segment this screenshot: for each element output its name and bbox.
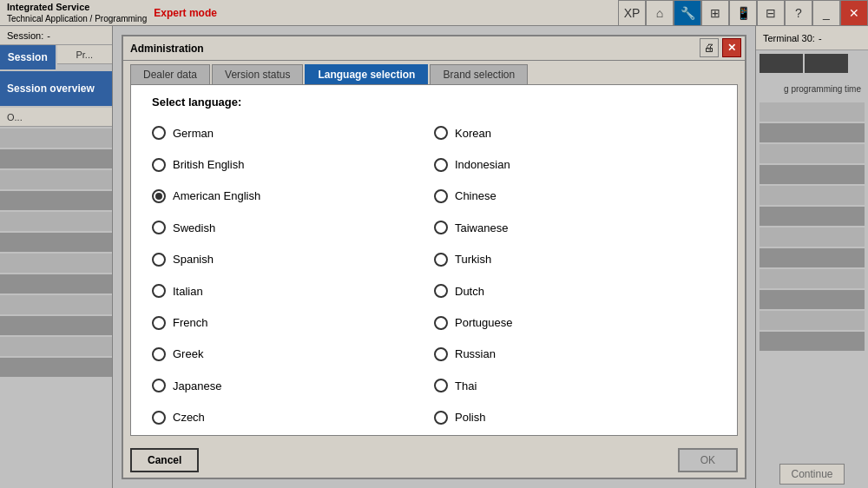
radio-german [152, 126, 166, 140]
terminal-row-12 [760, 332, 865, 351]
tab-dealer-data[interactable]: Dealer data [130, 64, 210, 84]
language-label-american-english: American English [173, 189, 260, 202]
language-label-swedish: Swedish [173, 221, 215, 234]
language-option-dutch[interactable]: Dutch [434, 277, 716, 305]
sidebar-row-6 [0, 233, 112, 252]
language-option-spanish[interactable]: Spanish [152, 246, 434, 274]
app-title: Integrated Service [7, 1, 147, 13]
radio-dutch [434, 284, 448, 298]
terminal-row-9 [760, 269, 865, 288]
terminal-label-text: Terminal 30: [763, 33, 815, 43]
language-label-french: French [173, 316, 207, 329]
language-label-turkish: Turkish [455, 253, 491, 266]
admin-print-button[interactable]: 🖨 [700, 38, 719, 57]
sidebar-rows [0, 127, 112, 488]
tools-button[interactable]: 🔧 [674, 0, 701, 26]
language-label-british-english: British English [173, 158, 244, 171]
tab-brand-selection[interactable]: Brand selection [430, 64, 528, 84]
language-option-russian[interactable]: Russian [434, 340, 716, 368]
sidebar-row-4 [0, 191, 112, 210]
phone-button[interactable]: 📱 [729, 0, 757, 26]
select-language-label: Select language: [131, 85, 737, 115]
language-option-indonesian[interactable]: Indonesian [434, 150, 716, 178]
language-option-swedish[interactable]: Swedish [152, 214, 434, 241]
sidebar-row-5 [0, 212, 112, 231]
language-label-german: German [173, 127, 214, 140]
top-bar: Integrated Service Technical Application… [0, 0, 868, 26]
sidebar-row-1 [0, 129, 112, 148]
language-option-chinese[interactable]: Chinese [434, 182, 716, 210]
terminal-label: Terminal 30: - [756, 26, 868, 50]
language-label-portuguese: Portuguese [455, 316, 513, 329]
admin-title-bar: Administration 🖨 ✕ [123, 36, 745, 61]
close-app-button[interactable]: ✕ [840, 0, 868, 26]
language-option-american-english[interactable]: American English [152, 182, 434, 210]
radio-swedish [152, 221, 166, 234]
sidebar-row-9 [0, 295, 112, 314]
help-button[interactable]: ? [785, 0, 812, 26]
language-option-portuguese[interactable]: Portuguese [434, 308, 716, 336]
radio-spanish [152, 253, 166, 267]
radio-italian [152, 284, 166, 298]
radio-czech [152, 411, 166, 425]
sidebar-row-12 [0, 358, 112, 377]
tab-language-selection[interactable]: Language selection [305, 64, 428, 84]
administration-dialog: Administration 🖨 ✕ Dealer dataVersion st… [122, 35, 746, 479]
sidebar-session-tab[interactable]: Session [0, 45, 56, 69]
tab-version-status[interactable]: Version status [212, 64, 303, 84]
sidebar-row-8 [0, 274, 112, 293]
home-button[interactable]: ⌂ [646, 0, 674, 26]
radio-portuguese [434, 316, 448, 330]
language-label-indonesian: Indonesian [455, 158, 510, 171]
language-option-turkish[interactable]: Turkish [434, 246, 716, 274]
tabs-bar: Dealer dataVersion statusLanguage select… [123, 61, 745, 84]
grid-button[interactable]: ⊞ [701, 0, 729, 26]
terminal-row-10 [760, 290, 865, 309]
language-option-czech[interactable]: Czech [152, 404, 434, 432]
language-option-british-english[interactable]: British English [152, 150, 434, 178]
ok-button[interactable]: OK [678, 448, 738, 472]
radio-indonesian [434, 158, 448, 172]
terminal-row-2 [760, 123, 865, 142]
continue-button[interactable]: Continue [779, 464, 844, 485]
terminal-row-5 [760, 186, 865, 205]
language-option-italian[interactable]: Italian [152, 277, 434, 305]
language-label-spanish: Spanish [173, 253, 214, 266]
sidebar-item-session-overview[interactable]: Session overview [0, 71, 112, 106]
language-option-french[interactable]: French [152, 308, 434, 336]
sidebar-prog-tab[interactable]: Pr... [57, 45, 113, 64]
language-label-thai: Thai [455, 379, 477, 392]
language-label-japanese: Japanese [173, 379, 221, 392]
admin-close-button[interactable]: ✕ [722, 38, 741, 57]
cancel-button[interactable]: Cancel [130, 448, 199, 472]
sidebar-sub: O... [0, 108, 112, 127]
language-option-polish[interactable]: Polish [434, 404, 716, 432]
language-option-japanese[interactable]: Japanese [152, 372, 434, 399]
language-option-german[interactable]: German [152, 119, 434, 147]
language-label-italian: Italian [173, 285, 203, 298]
terminal-row-6 [760, 207, 865, 226]
terminal-boxes [756, 50, 868, 76]
monitor-button[interactable]: ⊟ [757, 0, 785, 26]
session-value: - [47, 30, 50, 41]
radio-thai [434, 379, 448, 392]
radio-american-english [152, 189, 166, 203]
languages-grid: GermanKoreanBritish EnglishIndonesianAme… [131, 115, 737, 435]
language-option-greek[interactable]: Greek [152, 340, 434, 368]
radio-greek [152, 347, 166, 361]
center-content: Administration 🖨 ✕ Dealer dataVersion st… [113, 26, 755, 488]
xp-button[interactable]: XP [618, 0, 646, 26]
language-option-taiwanese[interactable]: Taiwanese [434, 214, 716, 241]
toolbar-icons: XP ⌂ 🔧 ⊞ 📱 ⊟ ? _ ✕ [618, 0, 868, 26]
radio-chinese [434, 189, 448, 203]
terminal-row-1 [760, 102, 865, 122]
language-option-korean[interactable]: Korean [434, 119, 716, 147]
minimize-button[interactable]: _ [812, 0, 840, 26]
app-subtitle: Technical Application / Programming [7, 13, 147, 24]
language-label-czech: Czech [173, 411, 205, 424]
radio-taiwanese [434, 221, 448, 234]
radio-turkish [434, 253, 448, 267]
language-label-korean: Korean [455, 127, 491, 140]
language-option-thai[interactable]: Thai [434, 372, 716, 399]
dialog-content: Select language: GermanKoreanBritish Eng… [130, 84, 738, 436]
